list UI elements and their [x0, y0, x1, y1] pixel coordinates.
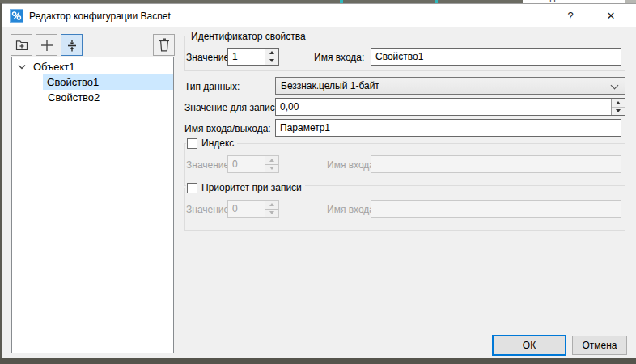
cancel-button-label: Отмена: [582, 340, 617, 351]
cancel-button[interactable]: Отмена: [572, 336, 627, 355]
plus-icon: [40, 39, 53, 52]
spin-up-icon: [269, 51, 274, 54]
tree-item-property1[interactable]: Свойство1: [43, 74, 173, 90]
tree-item-property2[interactable]: Свойство2: [13, 90, 173, 105]
index-name-input: [371, 155, 621, 173]
ok-button[interactable]: ОК: [492, 335, 566, 356]
background-bottom-edge: [0, 358, 636, 364]
add-property-button[interactable]: [36, 34, 57, 56]
spin-down-button[interactable]: [265, 57, 278, 66]
priority-checkbox[interactable]: [187, 183, 197, 193]
priority-checkbox-row: Приоритет при записи: [186, 182, 305, 193]
trash-icon: [159, 38, 170, 52]
screen: Вывод заголовка Редактор конфигурации Ba…: [0, 0, 636, 364]
write-value-spinner[interactable]: [275, 98, 625, 116]
identifier-value-input[interactable]: [228, 49, 265, 65]
io-name-label: Имя входа/выхода:: [184, 123, 271, 134]
spin-down-button: [265, 164, 278, 173]
spin-down-button: [265, 209, 278, 218]
spinner-buttons: [265, 156, 278, 172]
dialog-title: Редактор конфигурации Bacnet: [29, 11, 171, 22]
spin-down-icon: [269, 59, 274, 62]
priority-checkbox-label: Приоритет при записи: [201, 182, 302, 193]
tree-item-label: Свойство2: [48, 91, 100, 104]
chevron-expanded-icon: [18, 64, 26, 70]
spin-up-button: [265, 156, 278, 164]
spin-down-icon: [269, 167, 274, 170]
spinner-buttons: [611, 99, 625, 115]
spin-down-icon: [616, 109, 621, 112]
spin-up-button: [265, 201, 278, 209]
index-value-spinner: [227, 155, 279, 173]
spin-up-button[interactable]: [612, 99, 625, 107]
collapse-vertical-icon: [66, 39, 78, 52]
close-icon: ✕: [607, 10, 616, 22]
spin-up-icon: [269, 203, 274, 206]
data-type-combobox[interactable]: Беззнак.целый 1-байт: [275, 77, 625, 95]
spin-down-icon: [269, 211, 274, 214]
identifier-name-input[interactable]: [371, 48, 621, 66]
index-checkbox[interactable]: [187, 138, 197, 149]
ok-button-label: ОК: [523, 340, 536, 351]
delete-button[interactable]: [153, 34, 175, 56]
write-value-label: Значение для записи:: [184, 102, 283, 113]
write-value-input[interactable]: [276, 99, 611, 115]
tree-item-label: Свойство1: [47, 76, 99, 88]
data-type-selected: Беззнак.целый 1-байт: [281, 80, 379, 91]
spin-up-icon: [616, 101, 621, 104]
data-type-label: Тип данных:: [184, 81, 240, 92]
index-checkbox-label: Индекс: [201, 138, 234, 149]
app-icon: [10, 9, 23, 23]
priority-value-input: [228, 201, 265, 217]
index-value-input: [228, 156, 265, 172]
identifier-value-label: Значение:: [186, 52, 232, 63]
priority-value-spinner: [227, 200, 279, 218]
identifier-value-spinner[interactable]: [227, 48, 279, 66]
spin-up-icon: [269, 159, 274, 162]
identifier-name-label: Имя входа:: [314, 52, 364, 63]
folder-plus-icon: [15, 40, 28, 51]
add-object-button[interactable]: [11, 34, 32, 56]
dialog-titlebar: Редактор конфигурации Bacnet ? ✕: [2, 3, 636, 27]
chevron-down-icon: [611, 82, 619, 90]
property-tree: Объект1 Свойство1 Свойство2: [11, 57, 174, 353]
spinner-buttons: [265, 49, 278, 65]
background-tab-label: Вывод заголовка: [523, 0, 625, 2]
collapse-tree-button[interactable]: [61, 34, 83, 56]
spin-up-button[interactable]: [265, 49, 278, 57]
help-button[interactable]: ?: [557, 4, 584, 28]
close-button[interactable]: ✕: [597, 4, 625, 28]
io-name-input[interactable]: [275, 119, 621, 137]
priority-value-label: Значение:: [186, 204, 232, 215]
tree-item-label: Объект1: [33, 61, 75, 73]
help-icon: ?: [567, 10, 573, 22]
spin-down-button[interactable]: [612, 107, 625, 116]
priority-name-input: [371, 200, 621, 218]
index-value-label: Значение:: [186, 159, 232, 171]
tree-item-object1[interactable]: Объект1: [13, 59, 173, 74]
index-checkbox-row: Индекс: [186, 138, 237, 149]
identifier-group-title: Идентификатор свойства: [189, 31, 308, 42]
spinner-buttons: [265, 201, 278, 217]
